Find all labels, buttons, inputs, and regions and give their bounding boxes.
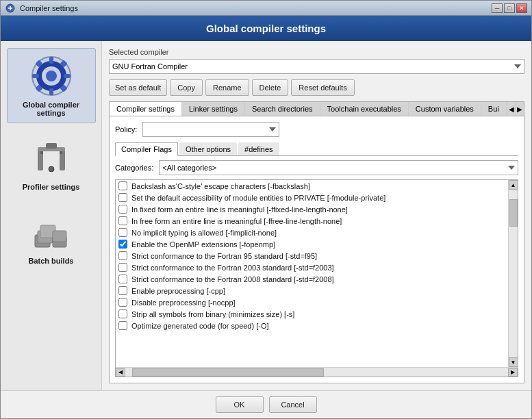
tab-custom-variables[interactable]: Custom variables (409, 102, 481, 116)
bottom-bar: OK Cancel (1, 390, 531, 418)
hscroll-thumb[interactable] (132, 368, 324, 377)
flag-checkbox-strip-s[interactable] (118, 309, 127, 318)
tab-compiler-settings[interactable]: Compiler settings (110, 102, 182, 116)
title-bar-controls: ─ □ ✕ (492, 3, 527, 13)
flag-label-optimize-O: Optimize generated code (for speed) [-O] (131, 322, 269, 330)
compiler-select-row: GNU Fortran Compiler (109, 59, 524, 74)
minimize-button[interactable]: ─ (492, 3, 503, 13)
tab-nav-left[interactable]: ◀ (507, 102, 516, 116)
tab-nav-right[interactable]: ▶ (515, 102, 524, 116)
flag-checkbox-optimize-O[interactable] (118, 321, 127, 330)
list-item: Optimize generated code (for speed) [-O] (116, 320, 508, 331)
subtab-defines[interactable]: #defines (238, 142, 279, 155)
subtabs-row: Compiler Flags Other options #defines (115, 142, 518, 156)
content-area: Global compiler settings Profiler settin… (1, 41, 531, 390)
set-as-default-button[interactable]: Set as default (109, 79, 167, 96)
policy-select[interactable] (142, 122, 279, 137)
ok-button[interactable]: OK (216, 396, 264, 413)
flag-label-fbackslash: Backslash as'C-style' escape characters … (131, 182, 310, 190)
subtab-other-options[interactable]: Other options (179, 142, 237, 155)
main-tabs-row: Compiler settings Linker settings Search… (110, 102, 524, 116)
flag-label-fmodule-private: Set the default accessibility of module … (131, 194, 385, 202)
flags-list-inner: Backslash as'C-style' escape characters … (116, 180, 518, 367)
hscroll-track (125, 368, 508, 377)
main-content: Selected compiler GNU Fortran Compiler S… (102, 41, 531, 390)
flag-label-cpp: Enable preprocessing [-cpp] (131, 287, 225, 295)
list-item: Enable preprocessing [-cpp] (116, 285, 508, 296)
categories-select[interactable]: <All categories> (159, 160, 518, 175)
sidebar-profiler-label: Profiler settings (23, 183, 80, 191)
compiler-select[interactable]: GNU Fortran Compiler (109, 59, 524, 74)
svg-point-18 (49, 166, 54, 172)
sidebar-item-global-compiler[interactable]: Global compiler settings (7, 48, 96, 123)
title-bar: Compiler settings ─ □ ✕ (1, 1, 531, 16)
header-title: Global compiler settings (206, 23, 326, 34)
delete-button[interactable]: Delete (252, 79, 289, 96)
toolbar-buttons: Set as default Copy Rename Delete Reset … (109, 79, 524, 96)
flag-label-fimplicit-none: No implicit typing is allowed [-fimplici… (131, 229, 277, 237)
flag-label-strip-s: Strip all symbols from binary (minimizes… (131, 310, 294, 318)
profiler-icon (29, 136, 73, 180)
list-item: Set the default accessibility of module … (116, 192, 508, 203)
copy-button[interactable]: Copy (170, 79, 203, 96)
tab-content-compiler-settings: Policy: Compiler Flags Other options #de… (110, 116, 524, 383)
flag-label-std-f2003: Strict conformance to the Fortran 2003 s… (131, 264, 334, 272)
list-item: Strict conformance to the Fortran 95 sta… (116, 250, 508, 262)
tab-toolchain-executables[interactable]: Toolchain executables (320, 102, 409, 116)
tab-bui[interactable]: Bui (481, 102, 507, 116)
hscroll-right[interactable]: ▶ (508, 368, 518, 377)
main-window: Compiler settings ─ □ ✕ Global compiler … (0, 0, 532, 419)
list-item: No implicit typing is allowed [-fimplici… (116, 227, 508, 238)
flags-list[interactable]: Backslash as'C-style' escape characters … (116, 180, 508, 367)
horizontal-scroll[interactable]: ◀ ▶ (116, 367, 518, 377)
window-icon (5, 3, 16, 14)
close-button[interactable]: ✕ (516, 3, 527, 13)
flag-label-std-f95: Strict conformance to the Fortran 95 sta… (131, 252, 317, 260)
gear-icon (29, 54, 73, 98)
flag-checkbox-ffixed-line-length[interactable] (118, 205, 127, 214)
sidebar-item-profiler[interactable]: Profiler settings (7, 130, 96, 197)
sidebar-batch-label: Batch builds (28, 257, 73, 265)
svg-rect-4 (49, 57, 53, 64)
sidebar-global-label: Global compiler settings (23, 101, 79, 117)
scroll-up-arrow[interactable]: ▲ (509, 180, 518, 190)
flag-checkbox-fmodule-private[interactable] (118, 193, 127, 202)
flag-checkbox-std-f2003[interactable] (118, 263, 127, 272)
sidebar-item-batch-builds[interactable]: Batch builds (7, 204, 96, 271)
list-item: Disable preprocessing [-nocpp] (116, 296, 508, 308)
flag-label-ffixed-line-length: In fixed form an entire line is meaningf… (131, 205, 348, 214)
flag-label-nocpp: Disable preprocessing [-nocpp] (131, 299, 236, 307)
scroll-down-arrow[interactable]: ▼ (509, 357, 518, 367)
list-item: Strict conformance to the Fortran 2008 s… (116, 273, 508, 285)
flag-checkbox-cpp[interactable] (118, 286, 127, 295)
policy-row: Policy: (115, 122, 518, 137)
list-item: Strict conformance to the Fortran 2003 s… (116, 262, 508, 273)
list-item: In fixed form an entire line is meaningf… (116, 203, 508, 215)
flag-checkbox-nocpp[interactable] (118, 298, 127, 307)
flag-checkbox-std-f2008[interactable] (118, 275, 127, 283)
rename-button[interactable]: Rename (205, 79, 249, 96)
flags-list-container: Backslash as'C-style' escape characters … (115, 179, 518, 377)
scrollbar-thumb[interactable] (509, 199, 518, 227)
tab-search-directories[interactable]: Search directories (245, 102, 320, 116)
tab-linker-settings[interactable]: Linker settings (182, 102, 245, 116)
flag-label-fopenmp: Enable the OpenMP extensions [-fopenmp] (131, 240, 275, 249)
hscroll-left[interactable]: ◀ (116, 368, 125, 377)
flag-checkbox-fopenmp[interactable] (118, 240, 127, 249)
categories-row: Categories: <All categories> (115, 160, 518, 175)
flag-label-ffree-line-length: In free form an entire line is meaningfu… (131, 217, 342, 225)
svg-rect-17 (46, 143, 57, 149)
subtab-compiler-flags[interactable]: Compiler Flags (115, 142, 178, 156)
flag-checkbox-ffree-line-length[interactable] (118, 216, 127, 225)
flag-checkbox-std-f95[interactable] (118, 251, 127, 260)
svg-rect-5 (49, 88, 53, 95)
cancel-button[interactable]: Cancel (269, 396, 317, 413)
policy-label: Policy: (115, 125, 137, 134)
title-bar-text: Compiler settings (20, 4, 492, 12)
sidebar: Global compiler settings Profiler settin… (1, 41, 102, 390)
maximize-button[interactable]: □ (504, 3, 515, 13)
flag-checkbox-fimplicit-none[interactable] (118, 228, 127, 237)
flag-checkbox-fbackslash[interactable] (118, 181, 127, 190)
list-item: In free form an entire line is meaningfu… (116, 215, 508, 227)
reset-defaults-button[interactable]: Reset defaults (291, 79, 354, 96)
